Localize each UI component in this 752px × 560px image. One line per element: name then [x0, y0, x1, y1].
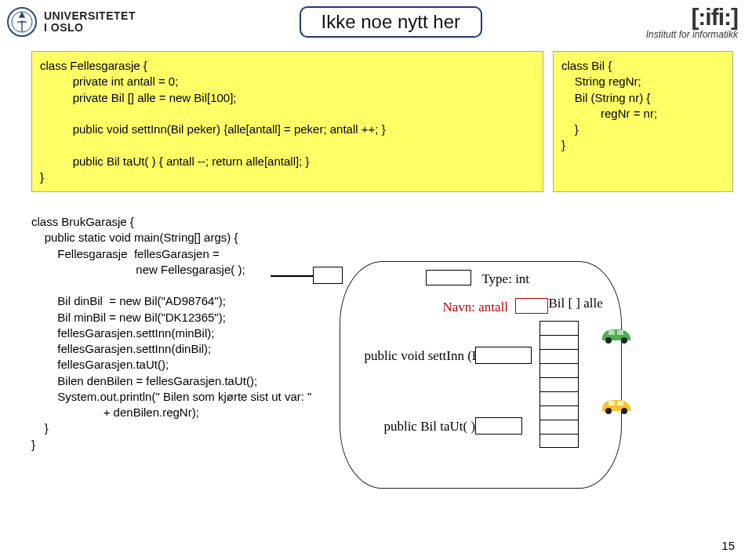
- code-fellesgarasje: class Fellesgarasje { private int antall…: [31, 51, 543, 192]
- svg-rect-8: [609, 401, 615, 405]
- uni-line1: UNIVERSITETET: [44, 10, 136, 22]
- code-bil: class Bil { String regNr; Bil (String nr…: [553, 51, 733, 192]
- method-taut-box: [475, 417, 522, 435]
- array-slot: [539, 405, 579, 420]
- slide-banner: Ikke noe nytt her: [300, 6, 482, 38]
- svg-point-6: [605, 408, 612, 414]
- ifi-logo-block: [:ifi:] Institutt for informatikk: [646, 6, 738, 40]
- object-diagram: Type: int Navn: antall Bil [ ] alle publ…: [340, 261, 622, 489]
- array-slot: [539, 391, 579, 405]
- svg-rect-5: [617, 330, 623, 335]
- array-slot: [539, 377, 579, 391]
- array-slot: [539, 349, 579, 363]
- bottom-row: class BrukGarasje { public static void m…: [0, 192, 752, 489]
- svg-rect-4: [609, 330, 615, 335]
- array-slot: [539, 335, 579, 349]
- slide-header: UNIVERSITETET I OSLO Ikke noe nytt her […: [0, 0, 752, 43]
- name-label: Navn: antall: [442, 300, 508, 315]
- svg-rect-9: [617, 401, 623, 405]
- connector-box: [313, 267, 343, 284]
- type-label: Type: int: [481, 271, 529, 287]
- array-label: Bil [ ] alle: [548, 296, 602, 311]
- svg-point-3: [621, 337, 627, 344]
- university-name: UNIVERSITETET I OSLO: [44, 10, 136, 33]
- array-slot: [539, 321, 579, 335]
- car-yellow-icon: [599, 394, 634, 416]
- array-slot: [539, 363, 579, 377]
- array-slots: [539, 321, 579, 448]
- connector-line: [271, 275, 316, 277]
- page-number: 15: [721, 539, 735, 552]
- uio-logo-block: UNIVERSITETET I OSLO: [6, 6, 136, 38]
- method-settinn-box: [475, 347, 532, 364]
- type-box: [426, 270, 471, 285]
- array-slot: [539, 420, 579, 434]
- array-slot: [539, 434, 579, 448]
- svg-point-2: [605, 337, 612, 344]
- code-row-top: class Fellesgarasje { private int antall…: [0, 43, 752, 192]
- svg-point-7: [621, 408, 627, 414]
- uio-seal-icon: [6, 6, 38, 38]
- uni-line2: I OSLO: [44, 22, 136, 34]
- car-green-icon: [599, 323, 634, 345]
- antall-box: [515, 298, 548, 314]
- ifi-subtitle: Institutt for informatikk: [646, 29, 738, 40]
- method-taut-label: public Bil taUt( ): [383, 419, 475, 435]
- code-brukgarasje: class BrukGarasje { public static void m…: [31, 214, 311, 453]
- ifi-logo-text: [:ifi:]: [646, 6, 738, 27]
